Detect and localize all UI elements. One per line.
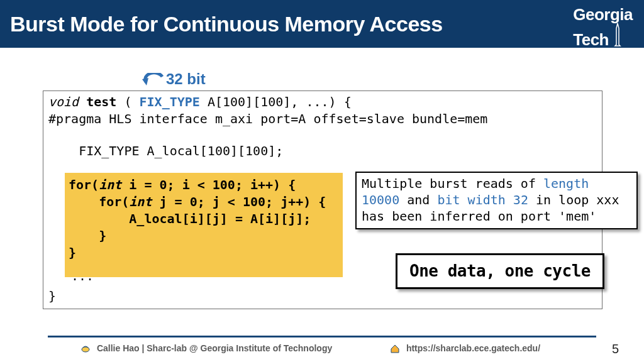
footer: Callie Hao | Sharc-lab @ Georgia Institu… xyxy=(0,333,644,362)
footer-author: Callie Hao | Sharc-lab @ Georgia Institu… xyxy=(80,343,332,353)
home-icon xyxy=(390,344,400,353)
callout-text: One data, one cycle xyxy=(409,261,591,280)
loop-outer-for: for(int i = 0; i < 100; i++) { xyxy=(69,177,339,194)
code-pragma-line: #pragma HLS interface m_axi port=A offse… xyxy=(48,111,597,128)
slide-title: Burst Mode for Continuous Memory Access xyxy=(10,12,443,36)
title-bar: Burst Mode for Continuous Memory Access … xyxy=(0,0,644,48)
bee-icon xyxy=(80,344,91,353)
code-blank-line xyxy=(48,128,597,143)
footer-url: https://sharclab.ece.gatech.edu/ xyxy=(390,343,540,353)
code-decl-line: FIX_TYPE A_local[100][100]; xyxy=(48,143,597,160)
logo-line2: Tech xyxy=(573,33,609,47)
highlighted-loop: for(int i = 0; i < 100; i++) { for(int j… xyxy=(65,173,343,277)
code-signature-line: void test ( FIX_TYPE A[100][100], ...) { xyxy=(48,94,597,111)
curved-arrow-icon xyxy=(140,73,166,88)
slide-root: Burst Mode for Continuous Memory Access … xyxy=(0,0,644,362)
callout-box: One data, one cycle xyxy=(396,253,604,289)
loop-outer-close: } xyxy=(69,244,339,261)
code-closing-brace: } xyxy=(48,288,56,305)
tower-icon xyxy=(611,22,624,47)
logo-line1: Georgia xyxy=(573,8,633,22)
footer-divider xyxy=(48,336,596,337)
loop-assign: A_local[i][j] = A[i][j]; xyxy=(69,211,339,228)
page-number: 5 xyxy=(612,342,619,356)
bit-width-annotation: 32 bit xyxy=(166,70,206,88)
georgia-tech-logo: Georgia Tech xyxy=(573,8,633,47)
loop-inner-close: } xyxy=(69,228,339,244)
code-ellipsis: ... xyxy=(71,268,94,285)
loop-inner-for: for(int j = 0; j < 100; j++) { xyxy=(69,194,339,211)
compiler-note: Multiple burst reads of length 10000 and… xyxy=(355,172,638,229)
slide-body: 32 bit void test ( FIX_TYPE A[100][100],… xyxy=(0,48,644,333)
code-block: void test ( FIX_TYPE A[100][100], ...) {… xyxy=(43,90,602,309)
